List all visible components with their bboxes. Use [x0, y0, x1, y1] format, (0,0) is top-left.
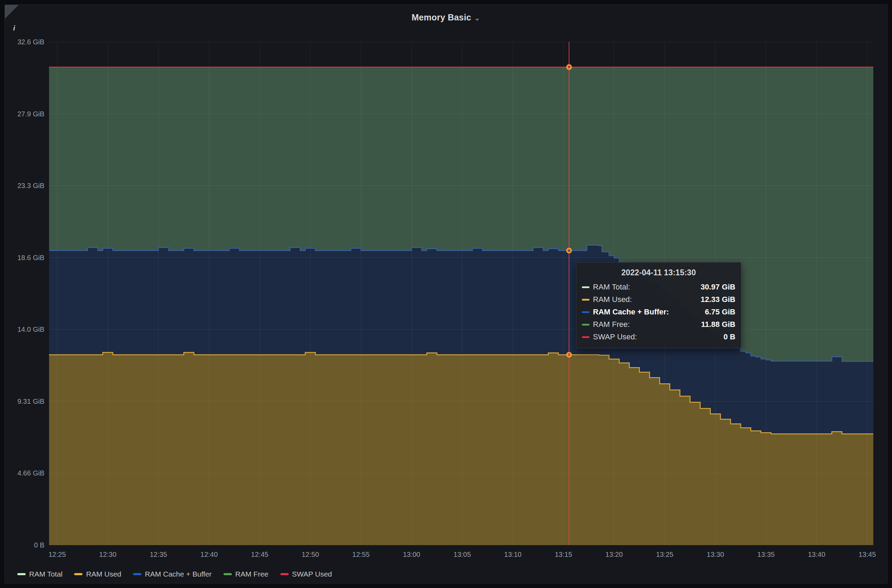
- tooltip-series-swatch: [582, 324, 590, 326]
- legend-label: RAM Total: [29, 570, 62, 578]
- svg-text:13:10: 13:10: [504, 550, 522, 558]
- svg-text:13:35: 13:35: [757, 550, 775, 558]
- tooltip-series-value: 11.88 GiB: [701, 320, 736, 329]
- svg-text:13:30: 13:30: [707, 550, 724, 558]
- svg-text:14.0 GiB: 14.0 GiB: [17, 326, 44, 333]
- tooltip-series-label: RAM Free:: [593, 320, 701, 329]
- tooltip-series-value: 0 B: [724, 333, 736, 342]
- legend-label: RAM Used: [86, 570, 121, 578]
- legend-item-ram-used[interactable]: RAM Used: [74, 570, 121, 578]
- svg-text:12:50: 12:50: [301, 550, 319, 558]
- legend-swatch-icon: [133, 573, 141, 575]
- svg-text:12:35: 12:35: [150, 550, 167, 558]
- legend-swatch-icon: [224, 573, 232, 575]
- tooltip-row: RAM Used:12.33 GiB: [582, 293, 736, 306]
- tooltip-series-swatch: [582, 299, 590, 301]
- svg-text:12:55: 12:55: [352, 550, 370, 558]
- legend-item-ram-cache-buffer[interactable]: RAM Cache + Buffer: [133, 570, 212, 578]
- tooltip-rows: RAM Total:30.97 GiBRAM Used:12.33 GiBRAM…: [582, 281, 736, 343]
- legend-swatch-icon: [74, 573, 83, 575]
- y-axis-labels: 32.6 GiB27.9 GiB23.3 GiB18.6 GiB14.0 GiB…: [17, 38, 44, 549]
- svg-text:13:25: 13:25: [656, 550, 673, 558]
- chart-tooltip: 2022-04-11 13:15:30 RAM Total:30.97 GiBR…: [576, 262, 741, 348]
- legend-item-ram-free[interactable]: RAM Free: [224, 570, 269, 578]
- tooltip-row: SWAP Used:0 B: [582, 331, 736, 343]
- svg-text:32.6 GiB: 32.6 GiB: [17, 38, 44, 46]
- svg-text:0 B: 0 B: [34, 541, 44, 549]
- tooltip-row: RAM Cache + Buffer:6.75 GiB: [582, 306, 736, 318]
- tooltip-series-label: SWAP Used:: [593, 333, 724, 342]
- svg-text:23.3 GiB: 23.3 GiB: [17, 182, 44, 189]
- tooltip-series-value: 30.97 GiB: [701, 283, 736, 292]
- legend-item-swap-used[interactable]: SWAP Used: [280, 570, 332, 578]
- svg-text:13:45: 13:45: [859, 550, 876, 558]
- svg-text:12:40: 12:40: [200, 550, 218, 558]
- svg-text:27.9 GiB: 27.9 GiB: [17, 110, 44, 118]
- tooltip-timestamp: 2022-04-11 13:15:30: [582, 268, 736, 278]
- svg-text:12:45: 12:45: [251, 550, 268, 558]
- tooltip-series-label: RAM Total:: [593, 283, 701, 292]
- tooltip-row: RAM Total:30.97 GiB: [582, 281, 736, 293]
- legend-swatch-icon: [280, 573, 289, 575]
- svg-text:13:20: 13:20: [605, 550, 623, 558]
- chart-legend: RAM TotalRAM UsedRAM Cache + BufferRAM F…: [17, 570, 332, 578]
- tooltip-series-label: RAM Used:: [593, 295, 701, 304]
- legend-label: RAM Free: [235, 570, 269, 578]
- svg-text:4.66 GiB: 4.66 GiB: [17, 469, 44, 477]
- tooltip-series-value: 6.75 GiB: [705, 308, 736, 316]
- tooltip-series-swatch: [582, 311, 590, 313]
- svg-text:13:40: 13:40: [808, 550, 825, 558]
- svg-text:13:15: 13:15: [555, 550, 572, 558]
- memory-chart[interactable]: 32.6 GiB27.9 GiB23.3 GiB18.6 GiB14.0 GiB…: [0, 0, 892, 588]
- tooltip-series-value: 12.33 GiB: [701, 295, 736, 304]
- svg-text:13:00: 13:00: [403, 550, 420, 558]
- svg-text:9.31 GiB: 9.31 GiB: [17, 398, 44, 405]
- legend-label: SWAP Used: [292, 570, 332, 578]
- x-axis-labels: 12:2512:3012:3512:4012:4512:5012:5513:00…: [48, 550, 876, 558]
- screen: i Memory Basic⌄ 32.6 GiB27.9 GiB23.3 GiB…: [0, 0, 892, 588]
- svg-text:12:30: 12:30: [99, 550, 116, 558]
- legend-swatch-icon: [17, 573, 26, 575]
- tooltip-series-swatch: [582, 286, 590, 288]
- legend-item-ram-total[interactable]: RAM Total: [17, 570, 62, 578]
- tooltip-row: RAM Free:11.88 GiB: [582, 318, 736, 331]
- svg-text:18.6 GiB: 18.6 GiB: [17, 254, 44, 261]
- svg-text:12:25: 12:25: [48, 550, 66, 558]
- svg-text:13:05: 13:05: [454, 550, 471, 558]
- tooltip-series-swatch: [582, 336, 590, 338]
- tooltip-series-label: RAM Cache + Buffer:: [593, 308, 705, 316]
- legend-label: RAM Cache + Buffer: [145, 570, 212, 578]
